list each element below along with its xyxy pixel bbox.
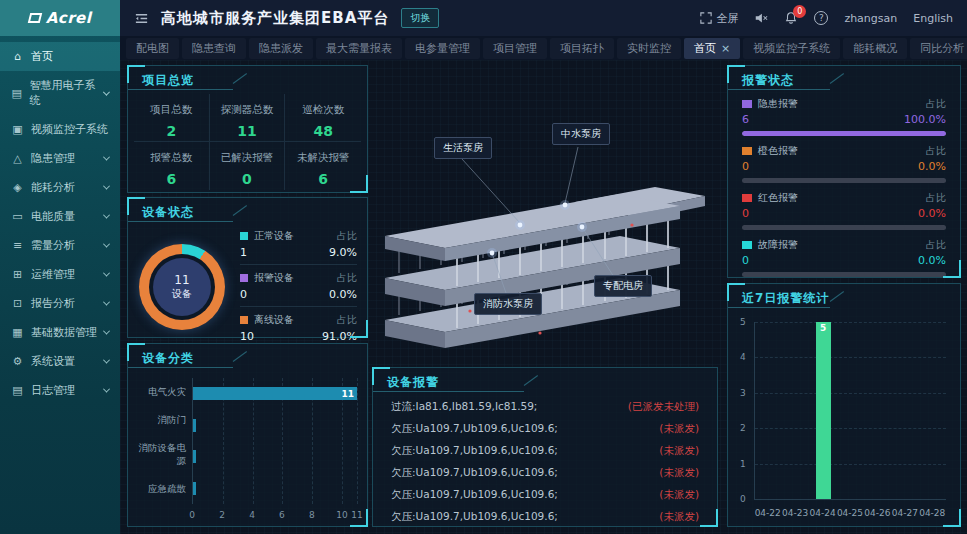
sidebar-item-label: 日志管理 xyxy=(31,383,75,398)
username[interactable]: zhangsan xyxy=(844,12,897,25)
panel-device-category: 设备分类 电气火灾 消防门 消防设备电源 应急疏散 11 xyxy=(127,343,368,527)
mute-button[interactable] xyxy=(754,11,768,25)
tab-energy-overview[interactable]: 能耗概况 xyxy=(843,38,907,59)
brand-logo[interactable]: Acrel xyxy=(0,0,120,36)
chevron-down-icon xyxy=(103,386,110,393)
sidebar-item-label: 能耗分析 xyxy=(31,180,75,195)
scene-label-life-pump-room[interactable]: 生活泵房 xyxy=(434,137,492,159)
stat-detector-total: 探测器总数 11 xyxy=(210,94,286,142)
language-switch[interactable]: English xyxy=(913,12,953,25)
switch-project-button[interactable]: 切换 xyxy=(401,8,439,28)
legend-swatch xyxy=(240,316,248,324)
fullscreen-icon xyxy=(700,12,712,24)
sidebar-item-demand-analysis[interactable]: ≡ 需量分析 xyxy=(0,231,120,260)
panel-title: 报警状态 xyxy=(742,72,794,89)
sidebar-item-power-quality[interactable]: ▭ 电能质量 xyxy=(0,202,120,231)
home-icon: ⌂ xyxy=(11,50,24,63)
chevron-down-icon xyxy=(103,357,110,364)
building-3d-scene[interactable]: 生活泵房 中水泵房 专配电房 消防水泵房 xyxy=(370,75,722,365)
alarm-row[interactable]: 欠压:Ua109.7,Ub109.6,Uc109.6; (未派发) xyxy=(377,440,713,462)
close-icon[interactable]: × xyxy=(721,43,730,54)
tab-max-demand-report[interactable]: 最大需量报表 xyxy=(316,38,402,59)
chevron-down-icon xyxy=(103,299,110,306)
bar-electrical-fire: 11 xyxy=(193,387,357,400)
sidebar-item-ops-mgmt[interactable]: ⊞ 运维管理 xyxy=(0,260,120,289)
legend-swatch xyxy=(742,100,752,108)
alarm-status-badge: (未派发) xyxy=(659,488,699,502)
tab-bar: 配电图 隐患查询 隐患派发 最大需量报表 电参量管理 项目管理 项目拓扑 实时监… xyxy=(120,36,967,60)
sidebar-item-system-settings[interactable]: ⚙ 系统设置 xyxy=(0,347,120,376)
help-icon[interactable]: ? xyxy=(814,11,828,25)
legend-swatch xyxy=(240,232,248,240)
sidebar-item-hazard-mgmt[interactable]: △ 隐患管理 xyxy=(0,144,120,173)
scene-label-fire-pump-room[interactable]: 消防水泵房 xyxy=(474,293,542,315)
tab-distribution-diagram[interactable]: 配电图 xyxy=(126,38,179,59)
tab-realtime-monitor[interactable]: 实时监控 xyxy=(617,38,681,59)
bar-emergency-evac xyxy=(193,482,196,495)
alarm-row[interactable]: 欠压:Ua109.7,Ub109.6,Uc109.6; (未派发) xyxy=(377,506,713,528)
alarm-status-hazard: 隐患报警 占比 6 100.0% xyxy=(730,92,958,139)
gridline xyxy=(357,378,358,504)
page-title: 高地城市服务产业集团EBA平台 xyxy=(161,9,389,28)
category-label: 应急疏散 xyxy=(134,483,186,496)
tab-hazard-query[interactable]: 隐患查询 xyxy=(182,38,246,59)
alarm-status-badge: (未派发) xyxy=(659,444,699,458)
fullscreen-button[interactable]: 全屏 xyxy=(700,11,738,26)
x-axis-ticks: 0 2 4 6 8 10 11 xyxy=(192,510,357,522)
sidebar-item-label: 报告分析 xyxy=(31,296,75,311)
alarm-status-badge: (未派发) xyxy=(659,466,699,480)
donut-center-label: 设备 xyxy=(172,288,192,301)
alarm-row[interactable]: 欠压:Ua109.7,Ub109.6,Uc109.6; (未派发) xyxy=(377,418,713,440)
chevron-down-icon xyxy=(103,270,110,277)
building-3d xyxy=(370,75,722,365)
sidebar-item-basic-data[interactable]: ▦ 基础数据管理 xyxy=(0,318,120,347)
alarm-row[interactable]: 欠压:Ua109.7,Ub109.6,Uc109.6; (未派发) xyxy=(377,462,713,484)
panel-title: 设备状态 xyxy=(142,204,194,221)
dashboard-main: 项目总览 项目总数 2 探测器总数 11 巡检次数 48 报警总数 6 已解决报… xyxy=(120,60,967,534)
database-icon: ▦ xyxy=(11,326,24,339)
demand-icon: ≡ xyxy=(11,239,24,252)
gear-icon: ⚙ xyxy=(11,355,24,368)
alarm-row[interactable]: 欠压:Ua109.7,Ub109.6,Uc109.6; (未派发) xyxy=(377,484,713,506)
sidebar-item-energy-analysis[interactable]: ◈ 能耗分析 xyxy=(0,173,120,202)
chevron-down-icon xyxy=(103,88,110,95)
menu-fold-icon[interactable] xyxy=(134,11,149,26)
sidebar: Acrel ⌂ 首页 ▤ 智慧用电子系统 ▣ 视频监控子系统 △ 隐患管理 ◈ … xyxy=(0,0,120,534)
chevron-down-icon xyxy=(103,183,110,190)
sidebar-item-log-mgmt[interactable]: ▤ 日志管理 xyxy=(0,376,120,405)
sidebar-item-label: 运维管理 xyxy=(31,267,75,282)
sidebar-item-smart-power[interactable]: ▤ 智慧用电子系统 xyxy=(0,71,120,115)
weekly-alarm-bar-chart: 5 4 3 2 1 0 5 04-22 xyxy=(738,318,948,518)
ops-icon: ⊞ xyxy=(11,268,24,281)
tab-project-mgmt[interactable]: 项目管理 xyxy=(483,38,547,59)
tab-video-subsystem[interactable]: 视频监控子系统 xyxy=(743,38,840,59)
tab-project-topology[interactable]: 项目拓扑 xyxy=(550,38,614,59)
legend-swatch xyxy=(742,194,752,202)
stat-alarm-total: 报警总数 6 xyxy=(134,142,210,190)
speaker-muted-icon xyxy=(754,11,768,25)
tab-yoy-analysis[interactable]: 同比分析 xyxy=(910,38,967,59)
alarm-status-badge: (未派发) xyxy=(659,510,699,524)
sidebar-item-report-analysis[interactable]: ⊡ 报告分析 xyxy=(0,289,120,318)
video-icon: ▣ xyxy=(11,123,24,136)
device-category-bar-chart: 电气火灾 消防门 消防设备电源 应急疏散 11 xyxy=(134,378,357,504)
sidebar-item-label: 隐患管理 xyxy=(31,151,75,166)
panel-weekly-alarm: 近7日报警统计 5 4 3 2 1 0 5 xyxy=(727,283,961,527)
panel-alarm-status: 报警状态 隐患报警 占比 6 100.0% 橙色报警 占比 xyxy=(727,65,961,278)
alarm-row[interactable]: 过流:Ia81.6,Ib81.59,Ic81.59; (已派发未处理) xyxy=(377,396,713,418)
notifications-button[interactable]: 0 xyxy=(784,11,798,25)
sidebar-item-video-monitor[interactable]: ▣ 视频监控子系统 xyxy=(0,115,120,144)
power-quality-icon: ▭ xyxy=(11,210,24,223)
chevron-down-icon xyxy=(103,212,110,219)
tab-eparam-mgmt[interactable]: 电参量管理 xyxy=(405,38,480,59)
sidebar-item-label: 基础数据管理 xyxy=(31,325,97,340)
category-label: 电气火灾 xyxy=(134,386,186,399)
sidebar-item-home[interactable]: ⌂ 首页 xyxy=(0,42,120,71)
scene-label-reclaimed-water-pump-room[interactable]: 中水泵房 xyxy=(552,123,610,145)
tab-hazard-dispatch[interactable]: 隐患派发 xyxy=(249,38,313,59)
tab-home[interactable]: 首页 × xyxy=(684,38,740,59)
sidebar-item-label: 需量分析 xyxy=(31,238,75,253)
scene-label-distribution-room[interactable]: 专配电房 xyxy=(594,275,652,297)
legend-swatch xyxy=(742,147,752,155)
stat-project-total: 项目总数 2 xyxy=(134,94,210,142)
